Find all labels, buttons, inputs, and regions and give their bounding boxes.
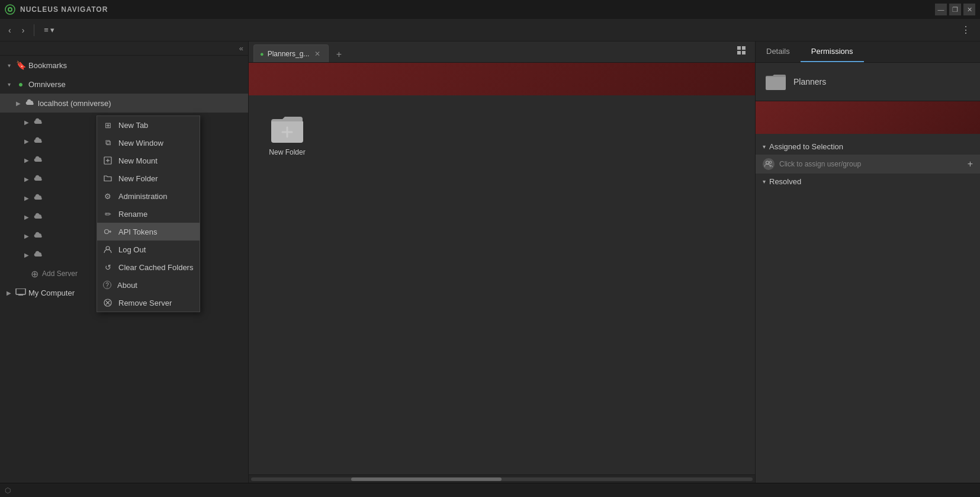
restore-button[interactable]: ❐: [949, 4, 961, 15]
api-tokens-icon: [103, 227, 113, 236]
close-button[interactable]: ✕: [963, 4, 975, 15]
toolbar: ‹ › ≡ ▾ ⋮: [0, 19, 980, 41]
ctx-remove-server-label: Remove Server: [118, 299, 172, 307]
log-out-icon: [103, 245, 113, 254]
ctx-about[interactable]: ? About: [97, 276, 200, 294]
grid-view-button[interactable]: [734, 44, 750, 60]
filter-button[interactable]: ≡ ▾: [40, 23, 58, 37]
svg-rect-17: [742, 46, 746, 50]
ctx-remove-server[interactable]: Remove Server: [97, 294, 200, 312]
horizontal-scrollbar[interactable]: [249, 474, 755, 483]
resolved-section-label: Resolved: [769, 177, 801, 186]
assign-plus-icon[interactable]: +: [968, 159, 973, 169]
bookmark-icon: 🔖: [15, 60, 26, 70]
tab-close-button[interactable]: ✕: [313, 49, 322, 59]
sidebar-collapse-button[interactable]: «: [239, 44, 243, 53]
titlebar: NUCLEUS NAVIGATOR — ❐ ✕: [0, 0, 980, 19]
svg-point-9: [105, 230, 109, 234]
back-button[interactable]: ‹: [5, 23, 15, 37]
cloud7-icon: [33, 230, 44, 241]
tab-bar: ● Planners_g... ✕ +: [249, 41, 755, 63]
ctx-new-mount[interactable]: New Mount: [97, 152, 200, 169]
scrollbar-thumb[interactable]: [351, 477, 502, 481]
ctx-clear-cached-folders[interactable]: ↺ Clear Cached Folders: [97, 258, 200, 276]
sidebar-item-localhost[interactable]: ▶ localhost (omniverse): [0, 94, 248, 113]
assigned-collapse-icon: ▾: [763, 143, 766, 150]
new-mount-icon: [103, 156, 113, 165]
bookmarks-expand-icon: ▾: [5, 62, 13, 69]
sidebar-item-bookmarks[interactable]: ▾ 🔖 Bookmarks: [0, 56, 248, 75]
assign-user-group-row[interactable]: Click to assign user/group +: [756, 155, 980, 174]
svg-rect-18: [737, 51, 741, 54]
minimize-button[interactable]: —: [935, 4, 947, 15]
add-server-label: Add Server: [42, 270, 78, 278]
permissions-section: ▾ Assigned to Selection Click to assign …: [756, 134, 980, 194]
rename-icon: ✏: [103, 209, 113, 219]
more-options-button[interactable]: ⋮: [956, 22, 975, 38]
ctx-new-window[interactable]: ⧉ New Window: [97, 134, 200, 152]
svg-rect-19: [742, 51, 746, 54]
status-icon: ⬡: [5, 486, 11, 495]
right-panel-content: Planners ▾ Assigned to Selection: [756, 63, 980, 483]
cloud1-icon: [33, 117, 44, 127]
cloud5-icon: [33, 193, 44, 203]
ctx-new-folder-label: New Folder: [118, 174, 158, 183]
svg-point-2: [9, 8, 11, 11]
scrollbar-track: [251, 477, 753, 481]
resolved-section-header[interactable]: ▾ Resolved: [756, 174, 980, 190]
toolbar-separator: [34, 24, 34, 36]
my-computer-expand-icon: ▶: [5, 290, 13, 296]
localhost-label: localhost (omniverse): [38, 99, 111, 108]
svg-point-22: [766, 161, 769, 164]
cloud2-icon: [33, 136, 44, 146]
folder-icon: [269, 112, 305, 145]
assigned-section-header[interactable]: ▾ Assigned to Selection: [756, 139, 980, 155]
tab-details[interactable]: Details: [756, 41, 801, 62]
svg-point-23: [769, 161, 772, 163]
ctx-clear-cached-label: Clear Cached Folders: [118, 263, 193, 272]
ctx-log-out[interactable]: Log Out: [97, 241, 200, 258]
right-panel-folder-icon: [765, 72, 786, 91]
file-grid: New Folder: [249, 95, 755, 474]
sidebar-item-omniverse[interactable]: ▾ ● Omniverse: [0, 75, 248, 94]
new-tab-button[interactable]: +: [331, 47, 346, 62]
context-menu: ⊞ New Tab ⧉ New Window New Mount New Fol…: [97, 116, 200, 312]
omniverse-expand-icon: ▾: [5, 81, 13, 88]
computer-icon: [15, 287, 26, 298]
cloud3-icon: [33, 155, 44, 165]
ctx-api-tokens-label: API Tokens: [118, 227, 158, 236]
app-logo: [5, 4, 15, 15]
tab-planners[interactable]: ● Planners_g... ✕: [253, 44, 329, 62]
user-group-icon: [763, 158, 775, 170]
content-area: ● Planners_g... ✕ +: [249, 41, 755, 483]
forward-button[interactable]: ›: [18, 23, 28, 37]
filter-icon: ≡: [44, 25, 49, 34]
svg-rect-3: [16, 288, 25, 294]
file-label-new-folder: New Folder: [269, 148, 305, 156]
svg-rect-16: [737, 46, 741, 50]
add-server-icon: ⊕: [31, 268, 38, 280]
ctx-new-folder[interactable]: New Folder: [97, 169, 200, 187]
tab-permissions[interactable]: Permissions: [801, 41, 864, 62]
cloud6-icon: [33, 211, 44, 222]
resolved-collapse-icon: ▾: [763, 178, 766, 185]
ctx-new-tab-label: New Tab: [118, 121, 148, 130]
ctx-api-tokens[interactable]: API Tokens: [97, 223, 200, 241]
ctx-new-tab[interactable]: ⊞ New Tab: [97, 116, 200, 134]
details-tab-label: Details: [766, 47, 790, 56]
assigned-section-label: Assigned to Selection: [769, 142, 843, 151]
ctx-rename-label: Rename: [118, 210, 147, 219]
tab-planners-label: Planners_g...: [268, 50, 310, 58]
new-folder-icon: [103, 174, 113, 183]
localhost-expand-icon: ▶: [14, 100, 23, 107]
statusbar: ⬡: [0, 483, 980, 497]
ctx-log-out-label: Log Out: [118, 245, 146, 254]
ctx-rename[interactable]: ✏ Rename: [97, 205, 200, 223]
administration-icon: ⚙: [103, 191, 113, 201]
ctx-administration[interactable]: ⚙ Administration: [97, 187, 200, 205]
right-panel-red-bar: [756, 101, 980, 134]
file-item-new-folder[interactable]: New Folder: [261, 107, 314, 161]
cloud1-expand-icon: ▶: [23, 119, 31, 126]
content-header-bar: [249, 63, 755, 95]
localhost-cloud-icon: [25, 98, 36, 108]
